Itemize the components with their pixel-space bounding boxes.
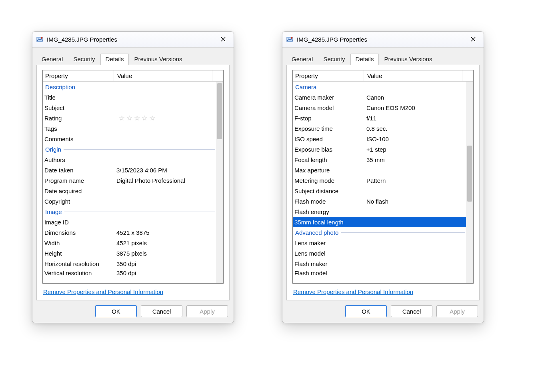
list-rows: DescriptionTitleSubjectRating☆☆☆☆☆TagsCo… xyxy=(43,82,216,277)
property-row[interactable]: Dimensions4521 x 3875 xyxy=(43,227,216,238)
property-row[interactable]: Focal length35 mm xyxy=(293,154,466,165)
property-row[interactable]: Metering modePattern xyxy=(293,175,466,186)
property-row[interactable]: Rating☆☆☆☆☆ xyxy=(43,113,216,123)
property-row[interactable]: 35mm focal length xyxy=(293,217,466,227)
property-name: F-stop xyxy=(293,115,364,122)
tab-security[interactable]: Security xyxy=(68,54,100,65)
property-name: Exposure time xyxy=(293,125,364,132)
property-row[interactable]: F-stopf/11 xyxy=(293,113,466,123)
property-row[interactable]: Authors xyxy=(43,154,216,165)
property-name: Camera maker xyxy=(293,94,364,101)
property-row[interactable]: Max aperture xyxy=(293,165,466,175)
tab-page-details: Property Value DescriptionTitleSubjectRa… xyxy=(36,65,230,300)
group-header-label: Camera xyxy=(295,84,319,90)
column-header-spacer xyxy=(462,70,473,81)
window-title: IMG_4285.JPG Properties xyxy=(47,36,216,43)
property-row[interactable]: Date taken3/15/2023 4:06 PM xyxy=(43,165,216,175)
property-row[interactable]: Copyright xyxy=(43,196,216,206)
cancel-button[interactable]: Cancel xyxy=(141,305,182,317)
tab-details[interactable]: Details xyxy=(100,54,129,65)
property-row[interactable]: Horizontal resolution350 dpi xyxy=(43,258,216,269)
property-row[interactable]: Title xyxy=(43,92,216,102)
property-row[interactable]: Height3875 pixels xyxy=(43,248,216,258)
property-row[interactable]: Exposure time0.8 sec. xyxy=(293,123,466,134)
group-header-label: Origin xyxy=(45,146,64,153)
property-row[interactable]: Exposure bias+1 step xyxy=(293,144,466,154)
properties-dialog-left: IMG_4285.JPG Properties General Security… xyxy=(32,31,234,323)
property-row[interactable]: Program nameDigital Photo Professional xyxy=(43,175,216,186)
property-name: Focal length xyxy=(293,156,364,163)
property-name: Max aperture xyxy=(293,167,364,174)
tab-bar: General Security Details Previous Versio… xyxy=(32,48,234,65)
property-value: Pattern xyxy=(364,177,466,184)
tab-general[interactable]: General xyxy=(36,54,68,65)
property-name: ISO speed xyxy=(293,136,364,142)
scrollbar-thumb[interactable] xyxy=(217,83,222,139)
details-list[interactable]: Property Value DescriptionTitleSubjectRa… xyxy=(42,70,224,284)
rating-stars[interactable]: ☆☆☆☆☆ xyxy=(119,114,157,122)
column-header-spacer xyxy=(212,70,223,81)
property-name: Height xyxy=(43,250,114,257)
column-header-value[interactable]: Value xyxy=(114,70,212,81)
button-row: OK Cancel Apply xyxy=(282,300,484,323)
close-button[interactable] xyxy=(466,34,480,45)
tab-previous-versions[interactable]: Previous Versions xyxy=(129,54,187,65)
group-header: Origin xyxy=(43,144,216,154)
property-row[interactable]: Subject distance xyxy=(293,186,466,196)
column-header-value[interactable]: Value xyxy=(364,70,462,81)
property-row[interactable]: Tags xyxy=(43,123,216,134)
titlebar[interactable]: IMG_4285.JPG Properties xyxy=(32,32,234,48)
property-row[interactable]: ISO speedISO-100 xyxy=(293,134,466,144)
property-name: Flash mode xyxy=(293,198,364,205)
scrollbar[interactable] xyxy=(216,82,223,283)
tab-bar: General Security Details Previous Versio… xyxy=(282,48,484,65)
property-row[interactable]: Flash modeNo flash xyxy=(293,196,466,206)
property-row[interactable]: Date acquired xyxy=(43,186,216,196)
property-value: 35 mm xyxy=(364,156,466,163)
tab-previous-versions[interactable]: Previous Versions xyxy=(379,54,437,65)
scrollbar[interactable] xyxy=(466,82,473,283)
property-row[interactable]: Lens maker xyxy=(293,238,466,248)
apply-button: Apply xyxy=(436,305,478,317)
tab-details[interactable]: Details xyxy=(350,54,379,65)
property-row[interactable]: Flash model xyxy=(293,269,466,277)
tab-general[interactable]: General xyxy=(286,54,318,65)
property-row[interactable]: Comments xyxy=(43,134,216,144)
properties-dialog-right: IMG_4285.JPG Properties General Security… xyxy=(282,31,484,323)
property-name: 35mm focal length xyxy=(293,219,364,226)
property-row[interactable]: Flash maker xyxy=(293,258,466,269)
button-row: OK Cancel Apply xyxy=(32,300,234,323)
property-row[interactable]: Lens model xyxy=(293,248,466,258)
group-header: Description xyxy=(43,82,216,92)
details-list[interactable]: Property Value CameraCamera makerCanonCa… xyxy=(292,70,474,284)
property-value: +1 step xyxy=(364,146,466,153)
property-row[interactable]: Flash energy xyxy=(293,206,466,217)
property-value: 4521 pixels xyxy=(114,240,216,246)
cancel-button[interactable]: Cancel xyxy=(391,305,432,317)
property-name: Date taken xyxy=(43,167,114,174)
property-row[interactable]: Vertical resolution350 dpi xyxy=(43,269,216,277)
column-header-property[interactable]: Property xyxy=(293,70,364,81)
group-header-label: Advanced photo xyxy=(295,229,341,236)
tab-security[interactable]: Security xyxy=(318,54,350,65)
property-row[interactable]: Subject xyxy=(43,102,216,113)
close-button[interactable] xyxy=(216,34,230,45)
property-row[interactable]: Camera modelCanon EOS M200 xyxy=(293,102,466,113)
app-icon xyxy=(36,36,44,43)
property-row[interactable]: Camera makerCanon xyxy=(293,92,466,102)
property-row[interactable]: Width4521 pixels xyxy=(43,238,216,248)
list-header[interactable]: Property Value xyxy=(43,70,223,82)
property-name: Rating xyxy=(43,115,114,122)
ok-button[interactable]: OK xyxy=(95,305,137,317)
ok-button[interactable]: OK xyxy=(345,305,387,317)
tab-page-details: Property Value CameraCamera makerCanonCa… xyxy=(286,65,480,300)
property-row[interactable]: Image ID xyxy=(43,217,216,227)
app-icon xyxy=(286,36,294,43)
remove-properties-link[interactable]: Remove Properties and Personal Informati… xyxy=(293,288,474,295)
list-header[interactable]: Property Value xyxy=(293,70,473,82)
column-header-property[interactable]: Property xyxy=(43,70,114,81)
titlebar[interactable]: IMG_4285.JPG Properties xyxy=(282,32,484,48)
property-value: 350 dpi xyxy=(114,269,216,277)
remove-properties-link[interactable]: Remove Properties and Personal Informati… xyxy=(43,288,224,295)
scrollbar-thumb[interactable] xyxy=(467,146,472,202)
